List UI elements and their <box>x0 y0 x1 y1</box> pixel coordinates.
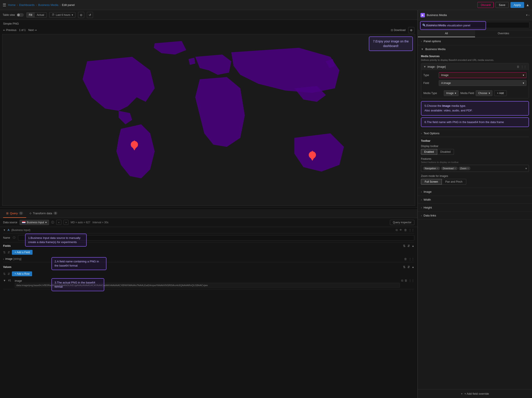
tags-chevron[interactable]: ▾ <box>526 167 527 170</box>
query-tabs: ⊞ Query 1 ⊹ Transform data 0 <box>0 209 418 218</box>
media-type-select[interactable]: Image ▾ <box>444 90 459 96</box>
field-expand-icon[interactable]: › <box>3 257 4 261</box>
apply-button[interactable]: Apply <box>510 2 524 8</box>
refresh-button[interactable]: ↺ <box>87 12 93 18</box>
media-field-select[interactable]: Choose ▾ <box>476 90 492 96</box>
sort-asc-icon[interactable]: ⇅ <box>403 244 405 248</box>
add-field-override-button[interactable]: + + Add field override <box>418 389 532 398</box>
drag-icon[interactable]: ⋮⋮ <box>409 228 414 232</box>
tag-zoom-label: Zoom <box>460 167 467 170</box>
val-sort1[interactable]: ⇅ <box>403 265 405 269</box>
features-tags[interactable]: Navigation × Download × Zoom × <box>421 165 529 172</box>
datasource-flag <box>22 221 25 224</box>
tab-transform[interactable]: ⊹ Transform data 0 <box>26 209 61 218</box>
breadcrumb: Home › Dashboards › Business Media › Edi… <box>8 3 476 6</box>
values-collapse[interactable]: ▲ <box>412 266 414 268</box>
query-inspector-button[interactable]: Query inspector <box>390 220 414 225</box>
breadcrumb-home[interactable]: Home <box>8 3 16 6</box>
chevron-down-icon[interactable]: ▾ <box>526 13 528 17</box>
toolbar-disabled-btn[interactable]: Disabled <box>437 149 454 155</box>
tab-all[interactable]: All <box>418 30 475 37</box>
field-select[interactable]: A:image ▾ <box>439 80 526 86</box>
menu-icon[interactable]: ☰ <box>3 3 6 7</box>
table-view-switch[interactable] <box>17 13 24 17</box>
values-controls: ⇅ ⇵ + Add a Row <box>3 270 414 278</box>
fill-actual-group: Fill Actual <box>26 12 47 18</box>
table-view-toggle: Table view <box>3 13 24 17</box>
actual-tab[interactable]: Actual <box>35 12 46 18</box>
sort-desc-icon[interactable]: ⇵ <box>407 244 410 248</box>
tab-transform-label: Transform data <box>33 212 52 215</box>
fields-controls: ⇅ ⇵ + Add a Field <box>3 249 414 256</box>
query-forward-button[interactable]: › <box>63 220 68 225</box>
val-sort2[interactable]: ⇵ <box>407 265 410 269</box>
fullscreen-button[interactable]: ⊕ <box>408 27 414 33</box>
time-range-picker[interactable]: ⏱ Last 6 hours ▾ <box>49 12 76 18</box>
zoom-fullscreen-btn[interactable]: Full Screen <box>421 179 442 185</box>
tab-query[interactable]: ⊞ Query 1 <box>3 209 26 218</box>
breadcrumb-business-media[interactable]: Business Media <box>38 3 58 6</box>
tag-navigation: Navigation × <box>423 167 440 170</box>
query-editor-area: ▼ A (Business Input) ⧉ 👁 🗑 ⋮⋮ 1.Business… <box>0 227 418 398</box>
row-delete-icon[interactable]: 🗑 <box>405 279 407 282</box>
panel-toolbar: Table view Fill Actual ⏱ Last 6 hours ▾ … <box>0 10 418 20</box>
add-row-button[interactable]: + Add a Row <box>12 271 32 276</box>
fill-tab[interactable]: Fill <box>26 12 35 18</box>
row-hash: #1 <box>8 279 15 282</box>
breadcrumb-edit-panel: Edit panel <box>62 3 75 6</box>
sort2-icon[interactable]: ⇵ <box>7 250 10 254</box>
field-drag-icon[interactable]: ⋮⋮ <box>409 257 414 261</box>
zoom-out-button[interactable]: ⊖ <box>78 12 84 18</box>
business-media-header[interactable]: ▼ Business Media <box>418 45 532 53</box>
previous-button[interactable]: ⇐ Previous <box>3 29 17 32</box>
discard-button[interactable]: Discard <box>477 2 494 8</box>
tag-nav-remove[interactable]: × <box>437 167 438 170</box>
download-button[interactable]: ⊡ Download <box>391 29 405 32</box>
query-back-button[interactable]: ‹ <box>56 220 61 225</box>
add-media-button[interactable]: + Add <box>494 90 507 96</box>
toolbar-enabled-btn[interactable]: Enabled <box>421 149 437 155</box>
text-options-section[interactable]: › Text Options <box>421 130 529 137</box>
breadcrumb-dashboards[interactable]: Dashboards <box>19 3 35 6</box>
zoom-pan-btn[interactable]: Pan and Pinch <box>442 179 466 185</box>
image-section[interactable]: › Image <box>418 188 532 196</box>
data-links-section[interactable]: › Data links <box>418 212 532 219</box>
features-desc: Select buttons to display on toolbar. <box>421 161 529 163</box>
datasource-select[interactable]: Business Input ▾ <box>19 220 49 225</box>
text-options-chevron: › <box>421 132 422 135</box>
delete-icon[interactable]: 🗑 <box>404 228 407 232</box>
business-media-label: Business Media <box>425 48 446 51</box>
row-expand-icon[interactable]: ▼ <box>3 279 6 282</box>
tab-transform-badge: 0 <box>53 212 57 215</box>
height-section[interactable]: › Height <box>418 204 532 212</box>
copy-icon[interactable]: ⧉ <box>396 228 398 232</box>
next-label: Next <box>28 29 34 32</box>
mi-expand-icon[interactable]: ▼ <box>423 65 426 68</box>
width-section[interactable]: › Width <box>418 196 532 204</box>
sort1-icon[interactable]: ⇅ <box>3 250 6 254</box>
next-button[interactable]: Next ⇒ <box>28 29 37 32</box>
row-collapse-btn[interactable]: ▼ <box>3 229 6 232</box>
eye-icon[interactable]: 👁 <box>399 228 402 232</box>
info-icon[interactable]: ⓘ <box>51 220 54 224</box>
expand-right-icon[interactable]: › <box>528 13 529 17</box>
vsort1-icon[interactable]: ⇅ <box>3 272 6 276</box>
tag-download-remove[interactable]: × <box>454 167 456 170</box>
field-delete-icon[interactable]: 🗑 <box>404 257 407 261</box>
mi-delete-icon[interactable]: 🗑 <box>517 65 519 68</box>
horizontal-scrollbar[interactable] <box>0 207 418 209</box>
mi-drag-icon[interactable]: ⋮⋮ <box>521 65 526 68</box>
panel-options-section[interactable]: › Panel options <box>418 37 532 45</box>
vsort2-icon[interactable]: ⇵ <box>7 272 10 276</box>
type-select[interactable]: Image ▾ <box>439 72 526 78</box>
row-copy-icon[interactable]: ⧉ <box>401 279 403 282</box>
add-field-button[interactable]: + Add a Field <box>12 250 32 255</box>
tag-zoom-remove[interactable]: × <box>467 167 469 170</box>
tag-zoom: Zoom × <box>459 167 471 170</box>
data-links-label: Data links <box>424 214 436 217</box>
fields-collapse[interactable]: ▲ <box>412 244 414 248</box>
tab-overrides[interactable]: Overrides <box>475 30 532 37</box>
save-button[interactable]: Save <box>495 2 509 8</box>
row-drag-icon[interactable]: ⋮⋮ <box>409 279 414 282</box>
collapse-button[interactable]: ▲ <box>526 3 529 7</box>
